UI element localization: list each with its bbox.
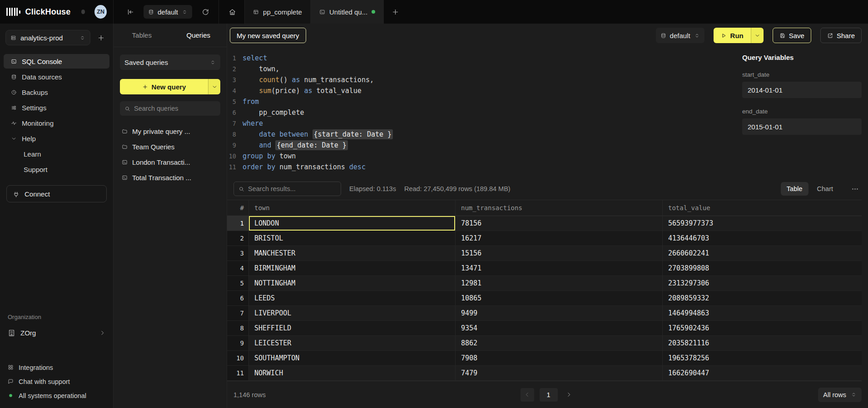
saved-query-item-total-transaction[interactable]: Total Transaction ... — [120, 170, 220, 185]
topbar-database-selector[interactable]: default — [144, 5, 192, 19]
data-cell[interactable]: 2035821116 — [663, 336, 862, 351]
run-button[interactable]: Run — [714, 28, 751, 43]
results-more-button[interactable] — [848, 182, 862, 196]
data-cell[interactable]: 2313297306 — [663, 276, 862, 291]
data-cell[interactable]: 15156 — [456, 246, 663, 261]
data-cell[interactable]: 12981 — [456, 276, 663, 291]
data-cell[interactable]: LEICESTER — [249, 336, 456, 351]
new-tab-button[interactable] — [388, 5, 402, 19]
home-button[interactable] — [225, 5, 239, 19]
start-date-input[interactable] — [742, 82, 862, 98]
column-header-town[interactable]: town — [249, 200, 456, 216]
view-toggle-table[interactable]: Table — [781, 182, 808, 196]
end-date-input[interactable] — [742, 118, 862, 135]
sidebar-footer-all-systems-operational[interactable]: All systems operational — [0, 388, 113, 403]
search-results-input[interactable] — [248, 185, 336, 192]
data-cell[interactable]: 78156 — [456, 216, 663, 231]
data-cell[interactable]: SOUTHAMPTON — [249, 351, 456, 366]
row-number-cell[interactable]: 2 — [227, 231, 249, 246]
row-number-cell[interactable]: 5 — [227, 276, 249, 291]
editor-tab-untitled-qu[interactable]: Untitled qu... — [311, 0, 384, 24]
view-toggle-chart[interactable]: Chart — [811, 182, 839, 196]
sidebar-item-monitoring[interactable]: Monitoring — [4, 116, 109, 130]
data-cell[interactable]: 1965378256 — [663, 351, 862, 366]
data-cell[interactable]: NORWICH — [249, 366, 456, 381]
data-cell[interactable]: BIRMINGHAM — [249, 261, 456, 276]
workspace-selector[interactable]: analytics-prod — [5, 30, 90, 45]
editor-database-selector[interactable]: default — [656, 28, 704, 43]
sidebar-item-settings[interactable]: Settings — [4, 100, 109, 115]
data-cell[interactable]: 1662690447 — [663, 366, 862, 381]
search-queries-input[interactable] — [134, 105, 216, 112]
organization-row[interactable]: ZOrg — [0, 325, 113, 340]
new-query-dropdown-button[interactable] — [208, 79, 220, 94]
data-cell[interactable]: 4136446703 — [663, 231, 862, 246]
data-cell[interactable]: 8862 — [456, 336, 663, 351]
row-number-cell[interactable]: 3 — [227, 246, 249, 261]
new-query-button[interactable]: New query — [120, 79, 208, 94]
data-cell[interactable]: SHEFFIELD — [249, 321, 456, 336]
collapse-sidebar-button[interactable] — [124, 5, 137, 19]
data-cell[interactable]: LONDON — [249, 216, 456, 231]
column-header-total-value[interactable]: total_value — [663, 200, 862, 216]
sidebar-item-help[interactable]: Help — [4, 131, 109, 146]
data-cell[interactable]: 1464994863 — [663, 306, 862, 321]
avatar[interactable]: ZN — [94, 5, 107, 19]
sidebar-footer-chat-with-support[interactable]: Chat with support — [0, 374, 113, 388]
row-number-cell[interactable]: 1 — [227, 216, 249, 231]
saved-query-name-button[interactable]: My new saved query — [230, 28, 306, 43]
column-header-num-transactions[interactable]: num_transactions — [456, 200, 663, 216]
data-cell[interactable]: NOTTINGHAM — [249, 276, 456, 291]
data-cell[interactable]: 7479 — [456, 366, 663, 381]
share-button[interactable]: Share — [820, 28, 862, 43]
editor-tab-pp-complete[interactable]: pp_complete — [244, 0, 311, 24]
data-cell[interactable]: 2703899808 — [663, 261, 862, 276]
sidebar-footer-integrations[interactable]: Integrations — [0, 360, 113, 374]
tab-queries[interactable]: Queries — [170, 24, 227, 47]
refresh-button[interactable] — [198, 5, 212, 19]
add-service-button[interactable] — [94, 31, 108, 44]
sidebar-item-support[interactable]: Support — [4, 162, 109, 177]
row-number-cell[interactable]: 11 — [227, 366, 249, 381]
data-cell[interactable]: 2660602241 — [663, 246, 862, 261]
data-cell[interactable]: 1765902436 — [663, 321, 862, 336]
data-cell[interactable]: MANCHESTER — [249, 246, 456, 261]
data-cell[interactable]: 9499 — [456, 306, 663, 321]
run-options-button[interactable] — [751, 28, 764, 43]
sidebar-item-backups[interactable]: Backups — [4, 85, 109, 99]
row-number-cell[interactable]: 10 — [227, 351, 249, 366]
rows-filter-select[interactable]: All rows — [818, 388, 862, 402]
sidebar-item-sql-console[interactable]: SQL Console — [4, 54, 109, 69]
data-cell[interactable]: 56593977373 — [663, 216, 862, 231]
save-button[interactable]: Save — [773, 28, 811, 43]
data-cell[interactable]: 2089859332 — [663, 291, 862, 306]
row-number-cell[interactable]: 7 — [227, 306, 249, 321]
saved-queries-select[interactable]: Saved queries — [120, 54, 220, 70]
data-cell[interactable]: 9354 — [456, 321, 663, 336]
data-cell[interactable]: 7908 — [456, 351, 663, 366]
data-cell[interactable]: 16217 — [456, 231, 663, 246]
page-number[interactable]: 1 — [540, 388, 558, 402]
data-cell[interactable]: 10865 — [456, 291, 663, 306]
data-cell[interactable]: BRISTOL — [249, 231, 456, 246]
tab-tables[interactable]: Tables — [114, 24, 170, 47]
column-header-index[interactable]: # — [227, 200, 249, 216]
saved-query-item-team-queries[interactable]: Team Queries — [120, 139, 220, 154]
row-number-cell[interactable]: 4 — [227, 261, 249, 276]
data-cell[interactable]: LEEDS — [249, 291, 456, 306]
connect-button[interactable]: Connect — [6, 185, 107, 202]
share-icon — [827, 33, 833, 39]
row-number-cell[interactable]: 6 — [227, 291, 249, 306]
sidebar-item-learn[interactable]: Learn — [4, 147, 109, 161]
saved-query-item-my-private-query[interactable]: My private query ... — [120, 124, 220, 138]
next-page-button[interactable] — [563, 388, 575, 402]
sidebar-item-data-sources[interactable]: Data sources — [4, 69, 109, 84]
previous-page-button[interactable] — [521, 388, 534, 402]
saved-query-item-london-transacti[interactable]: London Transacti... — [120, 155, 220, 169]
data-cell[interactable]: LIVERPOOL — [249, 306, 456, 321]
data-cell[interactable]: 13471 — [456, 261, 663, 276]
notification-dot[interactable] — [81, 10, 85, 14]
row-number-cell[interactable]: 8 — [227, 321, 249, 336]
row-number-cell[interactable]: 9 — [227, 336, 249, 351]
sql-editor[interactable]: 1select2 town,3 count() as num_transacti… — [227, 47, 742, 178]
